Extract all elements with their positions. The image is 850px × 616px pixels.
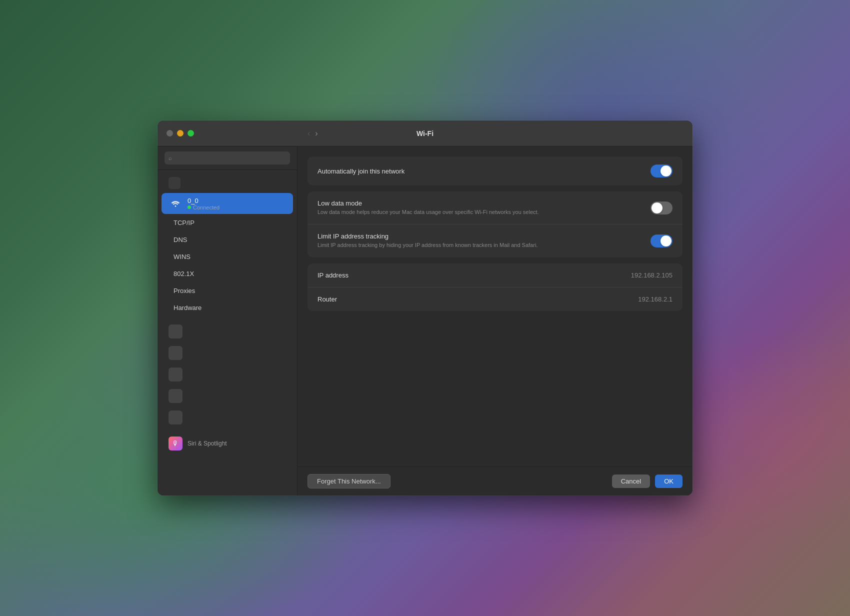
router-label: Router [318,296,337,303]
sidebar-item-tcpip[interactable]: TCP/IP [162,214,293,231]
maximize-button[interactable] [188,130,194,136]
ip-address-label: IP address [318,272,348,279]
sidebar-ghost-item-5[interactable] [162,386,293,406]
network-status: Connected [188,204,220,210]
back-arrow-icon[interactable]: ‹ [308,129,310,138]
footer-right: Cancel OK [612,474,682,488]
sidebar-item-wins[interactable]: WINS [162,248,293,265]
cancel-button[interactable]: Cancel [612,474,650,488]
forget-network-button[interactable]: Forget This Network... [308,474,390,488]
sidebar-item-dns[interactable]: DNS [162,232,293,248]
ghost-icon-5 [168,389,182,403]
content-area: Automatically join this network Low data… [298,146,692,466]
auto-join-toggle[interactable] [650,164,672,178]
ok-button[interactable]: OK [655,474,682,488]
auto-join-card: Automatically join this network [308,156,682,186]
network-status-label: Connected [193,204,220,210]
ip-address-value: 192.168.2.105 [631,272,672,279]
sidebar-item-wifi-network[interactable]: 0_0 Connected [162,193,293,214]
sidebar-item-siri[interactable]: 🎙 Siri & Spotlight [162,428,293,454]
minimize-button[interactable] [177,130,184,136]
sidebar-item-8021x[interactable]: 802.1X [162,266,293,282]
siri-symbol: 🎙 [172,440,179,448]
low-data-content: Low data mode Low data mode helps reduce… [318,200,539,216]
limit-ip-row: Limit IP address tracking Limit IP addre… [308,224,682,257]
router-value: 192.168.2.1 [638,296,672,303]
low-data-toggle-knob [652,202,662,214]
window-body: ⌕ [158,146,692,496]
ghost-icon-4 [168,368,182,382]
title-bar: ‹ › Wi-Fi [158,120,692,146]
sidebar-ghost-item-6[interactable] [162,407,293,428]
auto-join-label: Automatically join this network [318,168,404,175]
sidebar-ghost-item-3[interactable] [162,342,293,364]
ghost-icon-1 [168,177,180,189]
data-settings-card: Low data mode Low data mode helps reduce… [308,192,682,258]
sidebar-ghost-item-4[interactable] [162,364,293,385]
search-icon: ⌕ [168,155,172,161]
limit-ip-label: Limit IP address tracking [318,232,538,240]
sidebar-item-hardware[interactable]: Hardware [162,300,293,316]
search-bar: ⌕ [158,146,297,170]
footer: Forget This Network... Cancel OK [298,466,692,496]
wifi-icon [171,200,180,207]
auto-join-toggle-knob [660,166,672,176]
auto-join-row: Automatically join this network [308,156,682,186]
ghost-icon-2 [168,324,182,338]
sidebar-list: 0_0 Connected TCP/IP DNS WINS 802.1X Pro… [158,170,297,496]
sidebar-item-proxies[interactable]: Proxies [162,282,293,299]
network-info-card: IP address 192.168.2.105 Router 192.168.… [308,264,682,311]
ghost-icon-3 [168,346,182,360]
network-item-content: 0_0 Connected [188,197,220,210]
limit-ip-toggle[interactable] [650,234,672,248]
sidebar-ghost-item-1[interactable] [162,174,293,192]
limit-ip-description: Limit IP address tracking by hiding your… [318,242,538,249]
main-panel: Automatically join this network Low data… [298,146,692,496]
sidebar: ⌕ [158,146,298,496]
status-dot-icon [188,206,191,209]
siri-icon: 🎙 [168,436,182,450]
forward-arrow-icon[interactable]: › [315,129,318,138]
low-data-toggle[interactable] [650,202,672,214]
sidebar-ghost-item-2[interactable] [162,321,293,342]
limit-ip-toggle-knob [660,236,672,246]
low-data-row: Low data mode Low data mode helps reduce… [308,192,682,224]
low-data-label: Low data mode [318,200,539,207]
network-name: 0_0 [188,197,220,204]
traffic-lights [158,130,298,136]
router-row: Router 192.168.2.1 [308,287,682,311]
nav-buttons: ‹ › [298,129,318,138]
limit-ip-content: Limit IP address tracking Limit IP addre… [318,232,538,249]
search-input-wrapper[interactable]: ⌕ [164,152,290,164]
ip-address-row: IP address 192.168.2.105 [308,264,682,287]
wifi-icon-container [168,196,182,210]
ghost-icon-6 [168,410,182,424]
system-preferences-window: ‹ › Wi-Fi ⌕ [158,120,692,496]
window-title: Wi-Fi [416,130,434,138]
siri-label: Siri & Spotlight [188,440,227,447]
close-button[interactable] [166,130,173,136]
low-data-description: Low data mode helps reduce your Mac data… [318,208,539,216]
